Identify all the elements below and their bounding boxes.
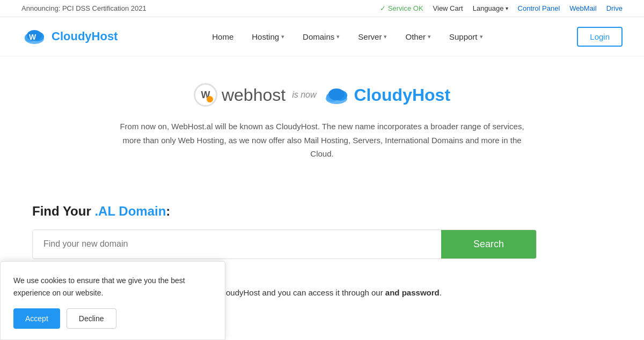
view-cart-link[interactable]: View Cart [433,4,463,12]
hosting-chevron-icon: ▾ [281,33,284,40]
is-now-text: is now [292,90,316,100]
cookie-banner: We use cookies to ensure that we give yo… [0,261,225,331]
logo-text: CloudyHost [52,29,118,43]
domains-chevron-icon: ▾ [336,33,340,40]
webhost-icon: W [194,83,217,107]
domain-search-box: Search [32,230,537,259]
navbar: W CloudyHost Home Hosting ▾ Domains ▾ Se… [0,17,644,56]
logo[interactable]: W CloudyHost [21,24,118,49]
cloudyhost-hero-icon [323,85,350,105]
control-panel-link[interactable]: Control Panel [518,4,560,12]
nav-links: Home Hosting ▾ Domains ▾ Server ▾ Other … [204,28,490,46]
nav-support[interactable]: Support ▾ [442,28,491,46]
nav-server[interactable]: Server ▾ [350,28,394,46]
svg-text:W: W [29,33,36,41]
cookie-buttons: Accept Decline [13,308,212,329]
nav-hosting-label: Hosting [252,32,279,41]
drive-link[interactable]: Drive [606,4,623,12]
nav-server-label: Server [358,32,382,41]
svg-point-8 [328,88,345,100]
cloudyhost-hero-name: CloudyHost [354,85,451,105]
topbar-right: Service OK View Cart Language ▾ Control … [380,4,623,12]
domain-title-suffix: : [166,204,170,218]
info-bold: and password [385,288,440,297]
hero-section: W webhost is now CloudyHost From now on,… [0,56,644,193]
logo-icon: W [21,24,47,49]
accept-cookies-button[interactable]: Accept [13,308,60,329]
nav-domains[interactable]: Domains ▾ [295,28,347,46]
webhost-orange-dot [207,96,213,102]
language-selector[interactable]: Language ▾ [473,4,508,12]
webhost-brand: W webhost [194,83,286,107]
domain-title-highlight: .AL Domain [94,204,166,218]
service-ok-badge: Service OK [380,4,423,12]
nav-support-label: Support [449,32,478,41]
login-button[interactable]: Login [577,27,623,47]
nav-hosting[interactable]: Hosting ▾ [244,28,292,46]
nav-other-label: Other [405,32,426,41]
announcement: Announcing: PCI DSS Certification 2021 [21,4,147,12]
domain-title: Find Your .AL Domain: [32,204,612,219]
nav-domains-label: Domains [303,32,334,41]
domain-search-input[interactable] [33,230,441,258]
language-chevron-icon: ▾ [506,5,508,11]
topbar: Announcing: PCI DSS Certification 2021 S… [0,0,644,17]
server-chevron-icon: ▾ [384,33,387,40]
cloudyhost-brand: CloudyHost [323,85,451,105]
search-button[interactable]: Search [441,230,536,258]
domain-title-prefix: Find Your [32,204,94,218]
support-chevron-icon: ▾ [480,33,483,40]
cookie-message: We use cookies to ensure that we give yo… [13,275,212,299]
webhost-name: webhost [222,85,286,105]
other-chevron-icon: ▾ [428,33,431,40]
brand-transition: W webhost is now CloudyHost [21,83,623,107]
nav-home-label: Home [212,32,233,41]
webmail-link[interactable]: WebMail [569,4,596,12]
decline-cookies-button[interactable]: Decline [67,308,116,329]
nav-home[interactable]: Home [204,28,241,46]
nav-other[interactable]: Other ▾ [398,28,438,46]
hero-description: From now on, WebHost.al will be known as… [113,120,531,161]
language-label: Language [473,4,504,12]
